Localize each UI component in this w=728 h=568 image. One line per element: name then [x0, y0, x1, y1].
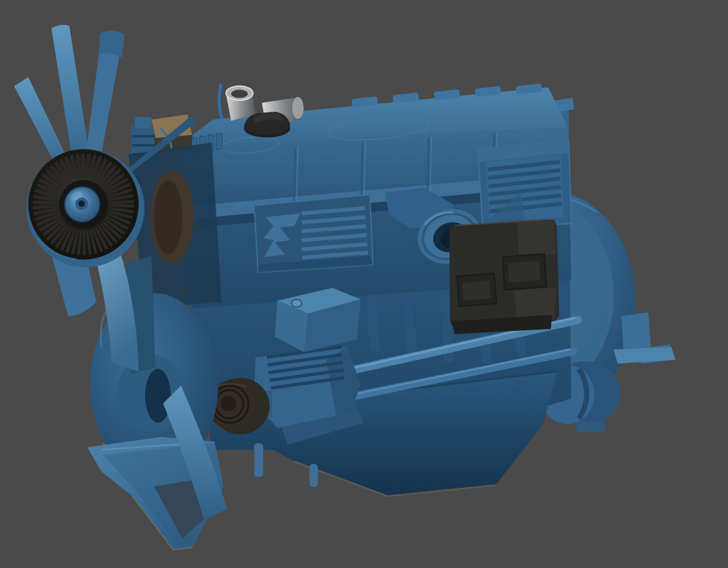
pan-stud: [254, 443, 263, 477]
hub-center-hole: [78, 200, 85, 207]
ecu-box: [449, 220, 559, 334]
engine-render: [0, 0, 728, 568]
intake-grille-right: [478, 140, 571, 227]
cooling-fan: [26, 149, 144, 267]
crankshaft-pulley: [150, 171, 194, 263]
render-viewport: [0, 0, 728, 568]
compressor-knob: [291, 299, 302, 307]
pan-stud: [309, 464, 318, 487]
intake-grille-left: [254, 195, 373, 272]
